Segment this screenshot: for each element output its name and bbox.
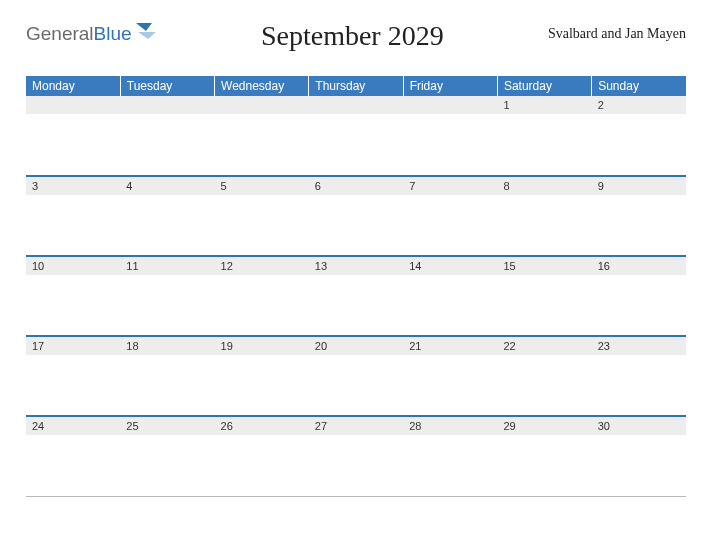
- weekday-header-row: Monday Tuesday Wednesday Thursday Friday…: [26, 76, 686, 96]
- day-number: 2: [592, 96, 686, 114]
- day-cell: 29: [497, 416, 591, 496]
- day-cell: 16: [592, 256, 686, 336]
- day-number: 18: [120, 337, 214, 355]
- day-cell: 4: [120, 176, 214, 256]
- day-cell: 25: [120, 416, 214, 496]
- day-cell: 8: [497, 176, 591, 256]
- calendar-body: 1 2 3 4 5 6 7 8 9 10 11 12 13 14 15 16 1…: [26, 96, 686, 496]
- day-number: 10: [26, 257, 120, 275]
- weekday-header: Monday: [26, 76, 120, 96]
- day-number: 30: [592, 417, 686, 435]
- day-number: [215, 96, 309, 114]
- header: GeneralBlue September 2029 Svalbard and …: [26, 20, 686, 70]
- day-cell: 21: [403, 336, 497, 416]
- day-cell: [309, 96, 403, 176]
- day-number: 24: [26, 417, 120, 435]
- region-label: Svalbard and Jan Mayen: [548, 20, 686, 42]
- week-row: 17 18 19 20 21 22 23: [26, 336, 686, 416]
- day-number: 25: [120, 417, 214, 435]
- day-cell: 22: [497, 336, 591, 416]
- day-cell: 1: [497, 96, 591, 176]
- day-cell: 11: [120, 256, 214, 336]
- weekday-header: Tuesday: [120, 76, 214, 96]
- day-cell: 28: [403, 416, 497, 496]
- day-number: 15: [497, 257, 591, 275]
- day-cell: 24: [26, 416, 120, 496]
- day-cell: 30: [592, 416, 686, 496]
- day-number: 16: [592, 257, 686, 275]
- day-cell: 6: [309, 176, 403, 256]
- day-cell: 19: [215, 336, 309, 416]
- day-cell: 18: [120, 336, 214, 416]
- weekday-header: Sunday: [592, 76, 686, 96]
- day-cell: 3: [26, 176, 120, 256]
- week-row: 24 25 26 27 28 29 30: [26, 416, 686, 496]
- day-cell: 5: [215, 176, 309, 256]
- day-number: 27: [309, 417, 403, 435]
- day-number: 22: [497, 337, 591, 355]
- day-cell: 2: [592, 96, 686, 176]
- day-cell: 12: [215, 256, 309, 336]
- brand-part1: General: [26, 23, 94, 45]
- day-number: 9: [592, 177, 686, 195]
- day-number: 12: [215, 257, 309, 275]
- page-title: September 2029: [157, 20, 548, 52]
- day-number: [26, 96, 120, 114]
- day-cell: 7: [403, 176, 497, 256]
- day-number: 6: [309, 177, 403, 195]
- day-cell: 14: [403, 256, 497, 336]
- day-number: 8: [497, 177, 591, 195]
- day-number: [309, 96, 403, 114]
- day-number: 14: [403, 257, 497, 275]
- weekday-header: Saturday: [497, 76, 591, 96]
- day-cell: 26: [215, 416, 309, 496]
- logo-icon: [135, 22, 157, 45]
- day-number: 3: [26, 177, 120, 195]
- day-cell: [215, 96, 309, 176]
- week-row: 3 4 5 6 7 8 9: [26, 176, 686, 256]
- day-number: 1: [497, 96, 591, 114]
- day-cell: [403, 96, 497, 176]
- day-number: 19: [215, 337, 309, 355]
- week-row: 10 11 12 13 14 15 16: [26, 256, 686, 336]
- brand-logo: GeneralBlue: [26, 20, 157, 45]
- day-cell: 15: [497, 256, 591, 336]
- brand-part2: Blue: [94, 23, 132, 45]
- day-cell: 20: [309, 336, 403, 416]
- day-number: 11: [120, 257, 214, 275]
- day-number: 4: [120, 177, 214, 195]
- day-cell: 10: [26, 256, 120, 336]
- weekday-header: Wednesday: [215, 76, 309, 96]
- day-cell: 27: [309, 416, 403, 496]
- day-cell: [26, 96, 120, 176]
- day-number: 23: [592, 337, 686, 355]
- day-number: 5: [215, 177, 309, 195]
- day-number: [403, 96, 497, 114]
- calendar-grid: Monday Tuesday Wednesday Thursday Friday…: [26, 76, 686, 497]
- day-cell: 17: [26, 336, 120, 416]
- day-number: 28: [403, 417, 497, 435]
- day-number: 20: [309, 337, 403, 355]
- day-number: 29: [497, 417, 591, 435]
- week-row: 1 2: [26, 96, 686, 176]
- day-cell: 9: [592, 176, 686, 256]
- day-number: 13: [309, 257, 403, 275]
- day-cell: 23: [592, 336, 686, 416]
- weekday-header: Friday: [403, 76, 497, 96]
- day-number: 7: [403, 177, 497, 195]
- day-cell: 13: [309, 256, 403, 336]
- day-number: 21: [403, 337, 497, 355]
- day-number: 17: [26, 337, 120, 355]
- weekday-header: Thursday: [309, 76, 403, 96]
- day-cell: [120, 96, 214, 176]
- day-number: [120, 96, 214, 114]
- day-number: 26: [215, 417, 309, 435]
